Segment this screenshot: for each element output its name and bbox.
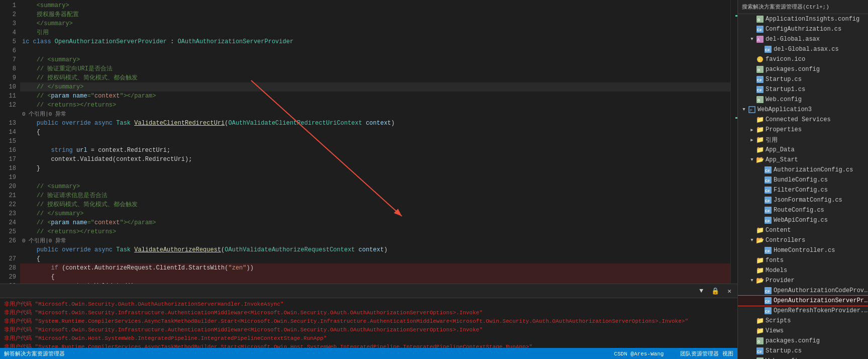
tree-item-scripts[interactable]: 📁Scripts [738,316,868,326]
tree-item-bundleconfig[interactable]: C#BundleConfig.cs [738,175,868,185]
tree-item-fonts[interactable]: 📁fonts [738,255,868,265]
svg-text:C#: C# [757,78,762,82]
tree-label-controllers: Controllers [766,237,805,244]
scroll-indicator [735,15,737,17]
tree-item-webapplication3[interactable]: ▼PWebApplication3 [738,105,868,115]
tree-item-jsonformatconfig[interactable]: C#JsonFormatConfig.cs [738,195,868,205]
code-line: // <returns></returns> [20,101,730,110]
tree-item-del-global-asax[interactable]: ▼Adel-Global.asax [738,34,868,44]
output-close-btn[interactable]: ✕ [725,286,733,296]
tree-item-web-config[interactable]: ⚙Web.config [738,95,868,105]
tree-item-web-config2[interactable]: ⚙Web.config [738,356,868,359]
svg-text:A: A [757,38,760,43]
tree-item-startup-cs2[interactable]: C#Startup.cs [738,346,868,356]
tree-item-webapiconfig[interactable]: C#WebApiConfig.cs [738,215,868,225]
code-line: <summary> [20,1,730,10]
tree-item-routeconfig[interactable]: C#RouteConfig.cs [738,205,868,215]
output-lock-btn[interactable]: 🔒 [709,286,721,296]
svg-text:C#: C# [765,299,770,304]
svg-text:i: i [758,58,761,62]
tree-item-authorizationconfig[interactable]: C#AuthorizationConfig.cs [738,165,868,175]
tree-item-filterconfig[interactable]: C#FilterConfig.cs [738,185,868,195]
tree-icon-openrefreshtokenprovider: C# [764,307,772,315]
tree-icon-provider: 📂 [756,277,764,285]
output-toggle-btn[interactable]: ▼ [697,286,705,296]
tree-item-controllers[interactable]: ▼📂Controllers [738,235,868,245]
code-line: public override async Task ValidateClien… [20,119,730,128]
code-line-highlight: context.Validated(); [20,282,730,284]
tree-item-properties[interactable]: ▶📁Properties [738,125,868,135]
tree-label-homecontroller: HomeController.cs [774,247,835,254]
tree-arrow-app-start[interactable]: ▼ [748,157,756,162]
tree-icon-applicationinsights: ⚙ [756,15,764,23]
tree-item-references[interactable]: ▶📁引用 [738,135,868,145]
tree-label-authorizationconfig: AuthorizationConfig.cs [774,166,853,173]
tree-item-packages-config[interactable]: ⚙packages.config [738,64,868,74]
tree-item-startup1-cs[interactable]: C#Startup1.cs [738,84,868,95]
tree-item-connected-services[interactable]: 📁Connected Services [738,115,868,125]
tree-label-applicationinsights: ApplicationInsights.config [766,16,859,23]
editor-scrollbar[interactable] [730,0,737,284]
tree-arrow-references[interactable]: ▶ [748,137,756,143]
svg-text:⚙: ⚙ [757,18,761,23]
tree-item-packages-config2[interactable]: ⚙packages.config [738,336,868,346]
tree-icon-packages-config2: ⚙ [756,337,764,345]
tree-label-properties: Properties [766,126,802,133]
tree-label-webapiconfig: WebApiConfig.cs [774,217,828,224]
tree-label-webapplication3: WebApplication3 [757,106,812,113]
svg-text:C#: C# [765,48,770,52]
svg-text:C#: C# [765,309,770,314]
tree-item-openauthorizationserverprovider[interactable]: C#OpenAuthorizationServerProvider.cs [738,296,868,306]
tree-item-applicationinsights[interactable]: ⚙ApplicationInsights.config [738,14,868,24]
tree-icon-properties: 📁 [756,126,764,134]
tree-item-app-data[interactable]: 📁App_Data [738,145,868,155]
tree-icon-packages-config: ⚙ [756,65,764,73]
tree-item-startup-cs[interactable]: C#Startup.cs [738,74,868,84]
svg-text:⚙: ⚙ [757,339,761,344]
tree-item-content[interactable]: 📁Content [738,225,868,235]
tree-item-models[interactable]: 📁Models [738,265,868,276]
tree-arrow-controllers[interactable]: ▼ [748,238,756,243]
tree-icon-controllers: 📂 [756,236,764,244]
tree-arrow-provider[interactable]: ▼ [748,278,756,283]
tree-item-openauthorizationcodeprovider[interactable]: C#OpenAuthorizationCodeProvider.cs [738,286,868,296]
svg-text:C#: C# [765,199,770,203]
tree-arrow-properties[interactable]: ▶ [748,127,756,133]
tree-icon-del-global-asax-cs: C# [764,45,772,53]
svg-text:C#: C# [757,88,762,93]
tree-arrow-del-global-asax[interactable]: ▼ [748,37,756,42]
bottom-left-label[interactable]: 解答解决方案资源管理器 [4,350,65,357]
tree-item-configauthorization[interactable]: C#ConfigAuthrization.cs [738,24,868,34]
tree-item-openrefreshtokenprovider[interactable]: C#OpenRefreshTokenProvider.cs [738,306,868,316]
code-content[interactable]: <summary> 授权服务器配置 </summary> 引用 ic class… [20,0,730,284]
tree-label-scripts: Scripts [766,317,791,324]
solution-explorer-title: 搜索解决方案资源管理器(Ctrl+;) [742,3,829,11]
tree-item-app-start[interactable]: ▼📂App_Start [738,155,868,165]
tree-label-startup1-cs: Startup1.cs [766,86,805,93]
svg-text:C#: C# [765,189,770,193]
scroll-indicator [735,117,737,119]
tree-item-provider[interactable]: ▼📂Provider [738,276,868,286]
output-line: 非用户代码 "Microsoft.Owin.Security.Infrastru… [4,309,733,317]
tree-item-del-global-asax-cs[interactable]: C#del-Global.asax.cs [738,44,868,54]
code-line: 授权服务器配置 [20,10,730,19]
code-line: 引用 [20,28,730,37]
tree-arrow-webapplication3[interactable]: ▼ [740,107,748,112]
code-line: // 验证请求信息是否合法 [20,191,730,200]
tree-item-views[interactable]: 📁Views [738,326,868,336]
svg-text:C#: C# [765,209,770,213]
tree-icon-homecontroller: C# [764,246,772,254]
svg-text:C#: C# [757,28,762,32]
output-line: 非用户代码 "Microsoft.Owin.Host.SystemWeb.Int… [4,334,733,343]
tree-icon-app-data: 📁 [756,146,764,154]
code-line: // </summary> [20,209,730,218]
tree-item-favicon[interactable]: ifavicon.ico [738,54,868,64]
code-line: </summary> [20,19,730,28]
tree-icon-app-start: 📂 [756,156,764,164]
solution-explorer-tree[interactable]: ⚙ApplicationInsights.configC#ConfigAuthr… [738,14,868,359]
tree-item-homecontroller[interactable]: C#HomeController.cs [738,245,868,255]
tree-icon-startup-cs2: C# [756,347,764,355]
code-line: // <summary> [20,182,730,191]
code-line: // 验证重定向URI是否合法 [20,64,730,73]
code-line [20,137,730,146]
